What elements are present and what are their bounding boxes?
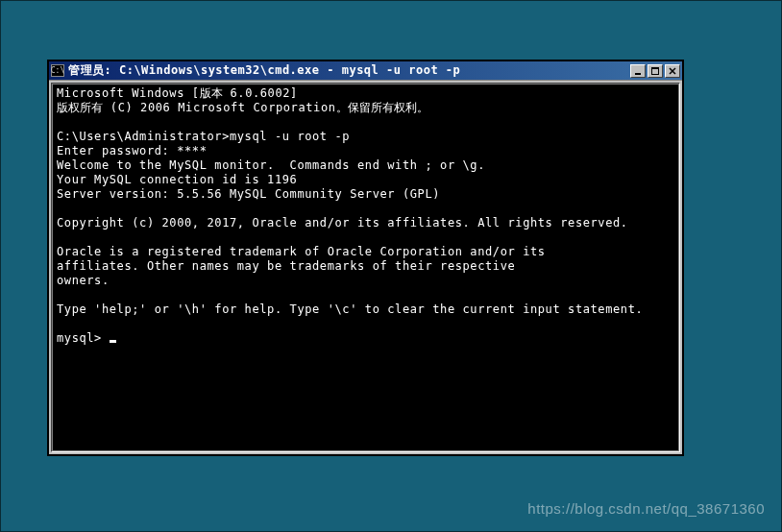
- out-l2b: (C) 2006 Microsoft Corporation: [103, 101, 336, 114]
- terminal-border: Microsoft Windows [版本 6.0.6002] 版权所有 (C)…: [51, 83, 680, 452]
- close-button[interactable]: [665, 64, 680, 78]
- cmd-window: C:\ 管理员: C:\Windows\system32\cmd.exe - m…: [47, 60, 684, 456]
- minimize-button[interactable]: [630, 64, 646, 78]
- watermark-text: https://blog.csdn.net/qq_38671360: [527, 500, 765, 517]
- cmd-icon-label: C:\: [51, 66, 64, 75]
- cmd-icon: C:\: [51, 64, 64, 77]
- out-l16: Type 'help;' or '\h' for help. Type '\c'…: [57, 302, 643, 316]
- out-l6: Welcome to the MySQL monitor. Commands e…: [57, 158, 485, 172]
- titlebar[interactable]: C:\ 管理员: C:\Windows\system32\cmd.exe - m…: [49, 61, 682, 80]
- mysql-prompt: mysql>: [57, 331, 110, 345]
- out-l10: Copyright (c) 2000, 2017, Oracle and/or …: [57, 216, 628, 230]
- svg-rect-0: [635, 73, 641, 75]
- terminal-output[interactable]: Microsoft Windows [版本 6.0.6002] 版权所有 (C)…: [53, 85, 678, 450]
- out-l1a: Microsoft Windows [: [57, 86, 200, 100]
- out-l13: affiliates. Other names may be trademark…: [57, 259, 515, 273]
- out-l8: Server version: 5.5.56 MySQL Community S…: [57, 187, 440, 201]
- window-controls: [630, 64, 680, 78]
- out-l1b: 版本: [200, 86, 223, 100]
- out-l14: owners.: [57, 274, 110, 287]
- out-l4: C:\Users\Administrator>mysql -u root -p: [57, 130, 350, 143]
- out-l1c: 6.0.6002]: [223, 86, 298, 100]
- terminal-frame: Microsoft Windows [版本 6.0.6002] 版权所有 (C)…: [49, 80, 682, 454]
- window-title: 管理员: C:\Windows\system32\cmd.exe - mysql…: [68, 62, 630, 79]
- out-l2a: 版权所有: [57, 101, 103, 114]
- out-l12: Oracle is a registered trademark of Orac…: [57, 245, 546, 258]
- out-l7: Your MySQL connection id is 1196: [57, 173, 297, 186]
- maximize-button[interactable]: [648, 64, 663, 78]
- cursor-icon: [110, 340, 116, 343]
- out-l2c: 。保留所有权利。: [336, 101, 428, 114]
- out-l5: Enter password: ****: [57, 144, 208, 157]
- svg-rect-2: [651, 67, 659, 69]
